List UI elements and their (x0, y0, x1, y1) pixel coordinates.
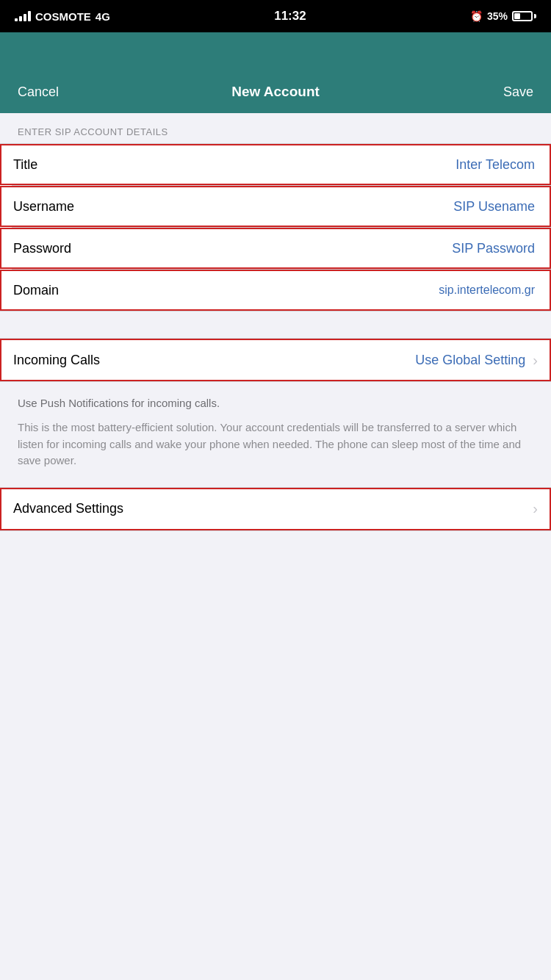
incoming-section: Incoming Calls Use Global Setting › (0, 338, 551, 382)
alarm-icon: ⏰ (470, 10, 483, 22)
advanced-settings-label: Advanced Settings (13, 501, 528, 516)
password-value[interactable]: SIP Password (145, 241, 538, 256)
incoming-calls-value[interactable]: Use Global Setting (100, 353, 528, 368)
time-label: 11:32 (274, 9, 306, 24)
title-label: Title (13, 157, 145, 173)
carrier-label: COSMOTE (35, 10, 91, 23)
chevron-right-icon: › (533, 352, 538, 369)
gap-section (0, 311, 551, 338)
cancel-button[interactable]: Cancel (18, 84, 59, 100)
battery-icon (512, 11, 536, 21)
nav-bar: Cancel New Account Save (0, 32, 551, 113)
incoming-calls-field[interactable]: Incoming Calls Use Global Setting › (0, 339, 551, 381)
advanced-chevron-icon: › (533, 500, 538, 517)
advanced-section: Advanced Settings › (0, 487, 551, 531)
username-field[interactable]: Username SIP Usename (0, 186, 551, 227)
username-value[interactable]: SIP Usename (145, 199, 538, 215)
info-primary-text: Use Push Notifications for incoming call… (18, 397, 533, 409)
title-field[interactable]: Title Inter Telecom (0, 144, 551, 185)
nav-row: Cancel New Account Save (0, 69, 551, 103)
status-bar: COSMOTE 4G 11:32 ⏰ 35% (0, 0, 551, 32)
info-secondary-text: This is the most battery-efficient solut… (18, 419, 533, 469)
domain-value[interactable]: sip.intertelecom.gr (145, 284, 538, 297)
domain-field[interactable]: Domain sip.intertelecom.gr (0, 270, 551, 311)
info-section: Use Push Notifications for incoming call… (0, 382, 551, 484)
title-value[interactable]: Inter Telecom (145, 157, 538, 173)
signal-icon (15, 11, 31, 21)
form-section: Title Inter Telecom Username SIP Usename… (0, 143, 551, 311)
section-header: ENTER SIP ACCOUNT DETAILS (0, 113, 551, 143)
password-field[interactable]: Password SIP Password (0, 228, 551, 269)
network-label: 4G (96, 10, 110, 23)
save-button[interactable]: Save (503, 84, 533, 100)
password-label: Password (13, 241, 145, 256)
battery-percent: 35% (487, 10, 508, 22)
username-label: Username (13, 199, 145, 215)
status-left: COSMOTE 4G (15, 10, 110, 23)
page-title: New Account (231, 84, 320, 100)
incoming-calls-label: Incoming Calls (13, 353, 100, 368)
advanced-settings-field[interactable]: Advanced Settings › (0, 488, 551, 530)
status-right: ⏰ 35% (470, 10, 536, 22)
domain-label: Domain (13, 283, 145, 298)
